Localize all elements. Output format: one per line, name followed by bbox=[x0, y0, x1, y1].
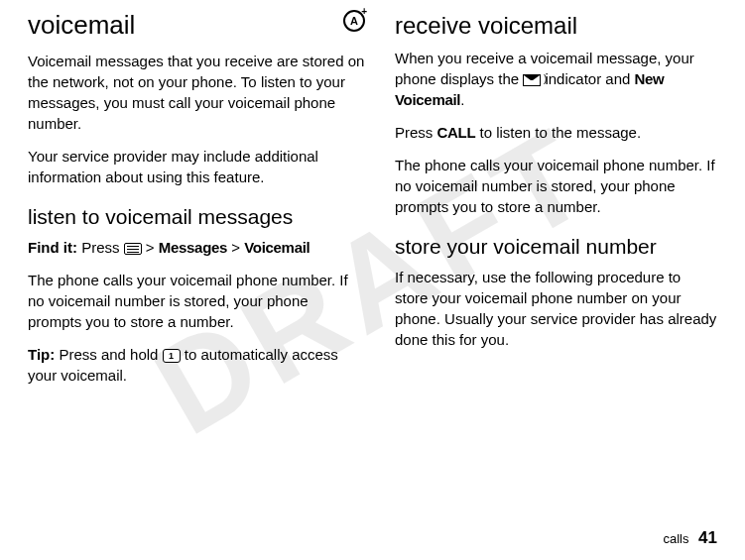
tip-text-a: Press and hold bbox=[55, 346, 162, 363]
receive-paragraph-2: Press CALL to listen to the message. bbox=[395, 122, 717, 143]
find-it-gt1: > bbox=[142, 239, 159, 256]
tip-paragraph: Tip: Press and hold 1 to automatically a… bbox=[28, 344, 365, 386]
key-1-icon: 1 bbox=[163, 349, 181, 363]
feature-icon: A bbox=[343, 10, 365, 32]
receive-paragraph-3: The phone calls your voicemail phone num… bbox=[395, 155, 717, 217]
find-it-label: Find it: bbox=[28, 239, 77, 256]
receive-heading: receive voicemail bbox=[395, 12, 717, 40]
left-column: voicemail A Voicemail messages that you … bbox=[28, 10, 365, 397]
call-button-label: CALL bbox=[437, 124, 476, 141]
receive-p1d: . bbox=[460, 91, 464, 108]
right-column: receive voicemail When you receive a voi… bbox=[395, 10, 717, 397]
receive-paragraph-1: When you receive a voicemail message, yo… bbox=[395, 48, 717, 110]
page-footer: calls 41 bbox=[663, 528, 717, 548]
messages-label: Messages bbox=[159, 239, 227, 256]
page-content: voicemail A Voicemail messages that you … bbox=[0, 0, 745, 397]
store-paragraph: If necessary, use the following procedur… bbox=[395, 267, 717, 350]
find-it-gt2: > bbox=[227, 239, 244, 256]
voicemail-intro-paragraph: Voicemail messages that you receive are … bbox=[28, 51, 365, 134]
receive-p2a: Press bbox=[395, 124, 437, 141]
voicemail-provider-paragraph: Your service provider may include additi… bbox=[28, 146, 365, 187]
receive-p2c: to listen to the message. bbox=[475, 124, 641, 141]
receive-p1b: indicator and bbox=[541, 70, 634, 87]
find-it-press: Press bbox=[77, 239, 124, 256]
listen-heading: listen to voicemail messages bbox=[28, 205, 365, 229]
voicemail-indicator-icon bbox=[523, 74, 541, 86]
footer-section: calls bbox=[663, 531, 688, 546]
page-number: 41 bbox=[698, 528, 717, 547]
find-it-line: Find it: Press > Messages > Voicemail bbox=[28, 237, 365, 258]
listen-paragraph: The phone calls your voicemail phone num… bbox=[28, 270, 365, 332]
voicemail-menu-label: Voicemail bbox=[244, 239, 310, 256]
tip-label: Tip: bbox=[28, 346, 55, 363]
voicemail-heading: voicemail bbox=[28, 10, 135, 41]
store-heading: store your voicemail number bbox=[395, 235, 717, 259]
menu-key-icon bbox=[124, 243, 142, 255]
